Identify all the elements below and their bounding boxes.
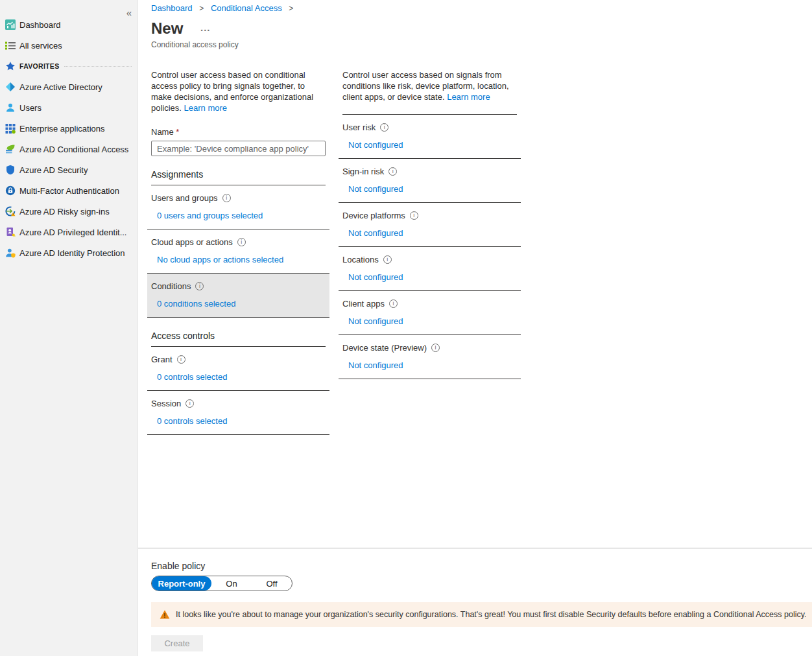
info-icon[interactable]: i [410, 211, 418, 220]
device-platforms-link[interactable]: Not configured [348, 228, 403, 238]
sidebar-nav: Dashboard All services FAVORITES Az [0, 14, 137, 263]
locations-label: Locations [342, 255, 379, 264]
client-apps-item[interactable]: Client apps i Not configured [339, 291, 521, 335]
assignments-section-header: Assignments [151, 169, 326, 185]
sign-in-risk-item[interactable]: Sign-in risk i Not configured [339, 159, 521, 203]
info-icon[interactable]: i [185, 399, 194, 408]
required-asterisk: * [176, 127, 179, 137]
cloud-apps-item[interactable]: Cloud apps or actions i No cloud apps or… [147, 229, 329, 274]
conditions-column: Control user access based on signals fro… [342, 69, 517, 379]
toggle-option-report-only[interactable]: Report-only [152, 576, 211, 591]
client-apps-label: Client apps [342, 299, 385, 309]
cloud-apps-link[interactable]: No cloud apps or actions selected [157, 255, 283, 264]
sidebar-item-dashboard[interactable]: Dashboard [0, 14, 137, 35]
session-item[interactable]: Session i 0 controls selected [147, 391, 329, 435]
page-title: New [151, 19, 183, 38]
breadcrumb-separator: > [199, 4, 204, 13]
context-menu-ellipsis-icon[interactable]: ... [200, 22, 211, 33]
sidebar-item-label: Azure AD Privileged Identit... [19, 228, 126, 237]
sidebar-item-azure-ad-risky-sign-ins[interactable]: Azure AD Risky sign-ins [0, 201, 137, 222]
locations-link[interactable]: Not configured [348, 272, 403, 282]
sidebar-item-label: Users [19, 103, 42, 113]
grant-item[interactable]: Grant i 0 controls selected [147, 347, 329, 391]
name-label-text: Name [151, 127, 174, 137]
info-icon[interactable]: i [383, 255, 392, 264]
conditions-link[interactable]: 0 conditions selected [157, 299, 235, 309]
info-icon[interactable]: i [389, 299, 398, 308]
breadcrumb: Dashboard > Conditional Access > [151, 3, 298, 13]
policy-form-column: Control user access based on conditional… [151, 69, 326, 435]
sidebar-item-azure-ad-identity-protection[interactable]: Azure AD Identity Protection [0, 242, 137, 263]
users-and-groups-item[interactable]: Users and groups i 0 users and groups se… [147, 185, 329, 229]
client-apps-link[interactable]: Not configured [348, 316, 403, 326]
sidebar-favorites-header: FAVORITES [0, 56, 137, 76]
sidebar-item-azure-active-directory[interactable]: Azure Active Directory [0, 76, 137, 97]
sidebar-item-label: All services [19, 41, 62, 51]
conditional-access-icon [5, 144, 16, 154]
sidebar-item-label: Azure Active Directory [19, 82, 102, 92]
enterprise-applications-icon [5, 123, 16, 134]
toggle-option-off[interactable]: Off [252, 576, 292, 591]
session-link[interactable]: 0 controls selected [157, 416, 227, 426]
favorites-label: FAVORITES [19, 62, 59, 70]
sidebar-item-label: Azure AD Conditional Access [19, 145, 128, 154]
toggle-option-on[interactable]: On [211, 576, 252, 591]
breadcrumb-link-conditional-access[interactable]: Conditional Access [211, 3, 282, 13]
grant-link[interactable]: 0 controls selected [157, 372, 227, 382]
azure-portal-window: « Dashboard All services FAVORITES [0, 0, 812, 656]
breadcrumb-link-dashboard[interactable]: Dashboard [151, 3, 193, 13]
user-risk-label: User risk [342, 123, 376, 132]
sidebar-item-enterprise-applications[interactable]: Enterprise applications [0, 118, 137, 139]
device-platforms-label: Device platforms [342, 211, 405, 220]
dashboard-icon [5, 19, 16, 30]
enable-policy-toggle: Report-only On Off [151, 576, 293, 591]
sidebar-item-all-services[interactable]: All services [0, 35, 137, 56]
create-button[interactable]: Create [151, 635, 203, 651]
device-state-item[interactable]: Device state (Preview) i Not configured [339, 335, 521, 379]
sidebar-item-azure-ad-security[interactable]: Azure AD Security [0, 159, 137, 180]
device-platforms-item[interactable]: Device platforms i Not configured [339, 203, 521, 247]
sidebar-item-label: Azure AD Identity Protection [19, 248, 125, 258]
sign-in-risk-link[interactable]: Not configured [348, 184, 403, 194]
locations-item[interactable]: Locations i Not configured [339, 247, 521, 291]
privileged-identity-icon [5, 227, 16, 237]
info-icon[interactable]: i [222, 194, 231, 202]
breadcrumb-separator: > [289, 4, 293, 13]
sidebar-item-label: Azure AD Security [19, 165, 88, 175]
grant-label: Grant [151, 355, 173, 364]
info-icon[interactable]: i [431, 344, 440, 352]
sidebar-item-users[interactable]: Users [0, 97, 137, 118]
favorites-divider [64, 66, 132, 67]
learn-more-link[interactable]: Learn more [184, 103, 227, 113]
sidebar-item-label: Multi-Factor Authentication [19, 186, 119, 196]
sidebar-item-label: Azure AD Risky sign-ins [19, 207, 110, 217]
learn-more-link[interactable]: Learn more [447, 92, 490, 102]
device-state-link[interactable]: Not configured [348, 360, 403, 370]
info-icon[interactable]: i [177, 355, 185, 364]
enable-policy-label: Enable policy [151, 561, 205, 571]
info-icon[interactable]: i [195, 282, 204, 290]
info-icon[interactable]: i [237, 238, 246, 246]
main-panel: Dashboard > Conditional Access > New ...… [138, 0, 812, 656]
sidebar-item-azure-ad-conditional-access[interactable]: Azure AD Conditional Access [0, 139, 137, 159]
conditions-label: Conditions [151, 281, 191, 291]
sidebar-item-multi-factor-authentication[interactable]: Multi-Factor Authentication [0, 180, 137, 201]
risky-sign-ins-icon [5, 206, 16, 217]
session-label: Session [151, 399, 181, 408]
users-and-groups-link[interactable]: 0 users and groups selected [157, 211, 263, 220]
sidebar-item-azure-ad-privileged-identity[interactable]: Azure AD Privileged Identit... [0, 222, 137, 242]
user-risk-link[interactable]: Not configured [348, 140, 403, 150]
conditions-item[interactable]: Conditions i 0 conditions selected [147, 274, 329, 318]
device-state-label: Device state (Preview) [342, 343, 427, 353]
cloud-apps-label: Cloud apps or actions [151, 237, 233, 247]
info-icon[interactable]: i [380, 123, 388, 132]
user-risk-item[interactable]: User risk i Not configured [339, 115, 521, 159]
mfa-lock-icon [5, 185, 16, 196]
star-icon [5, 61, 16, 71]
form-footer: Enable policy Report-only On Off It look… [138, 548, 812, 656]
policy-name-input[interactable] [151, 141, 326, 156]
security-defaults-warning-banner: It looks like you're about to manage you… [151, 602, 812, 627]
shield-icon [5, 165, 16, 175]
info-icon[interactable]: i [388, 167, 397, 176]
sidebar: « Dashboard All services FAVORITES [0, 0, 137, 656]
